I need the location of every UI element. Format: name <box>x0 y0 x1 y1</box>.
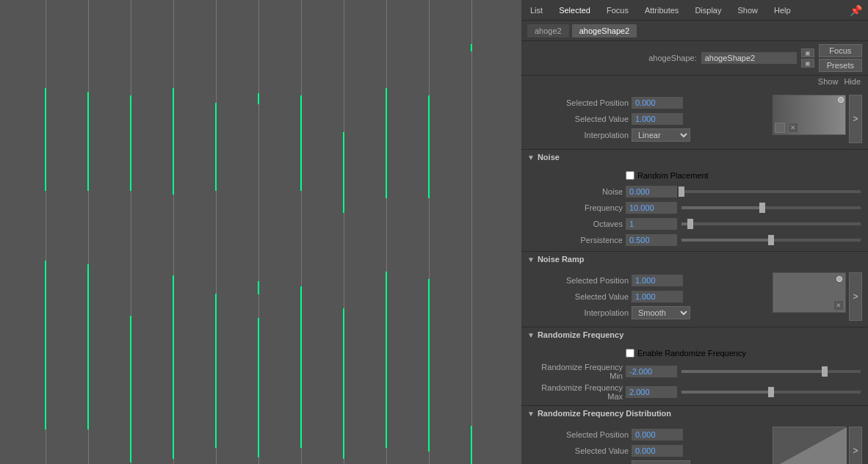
noise-ramp-selected-pos-label: Selected Position <box>533 276 629 285</box>
rand-dist-selected-pos-row: Selected Position <box>527 427 770 443</box>
noise-ramp-selected-val-label: Selected Value <box>533 292 629 301</box>
persistence-input[interactable] <box>626 234 677 246</box>
top-interpolation-label: Interpolation <box>533 131 629 139</box>
noise-ramp-section-arrow: ▼ <box>527 255 535 264</box>
randomize-freq-section-header[interactable]: ▼ Randomize Frequency <box>521 327 868 342</box>
top-interpolation-select[interactable]: Linear Smooth Spline Step <box>632 128 690 142</box>
random-placement-checkbox[interactable] <box>626 171 634 180</box>
top-ramp-arrow-button[interactable]: > <box>849 95 862 143</box>
noise-ramp-interpolation-row: Interpolation Linear Smooth Spline Step <box>527 305 770 321</box>
noise-section: ▼ Noise Random Placement Noise <box>521 150 868 252</box>
rand-freq-dist-section-title: Randomize Frequency Distribution <box>538 409 671 418</box>
menu-help[interactable]: Help <box>771 4 794 16</box>
octaves-row: Octaves <box>521 216 868 232</box>
focus-presets: Focus Presets <box>819 44 862 72</box>
noise-input[interactable] <box>626 186 677 197</box>
ramp-x-button[interactable]: ✕ <box>788 123 798 133</box>
top-selected-value-input[interactable] <box>632 113 683 125</box>
rand-dist-preview-box <box>773 427 846 464</box>
rand-freq-dist-section-header[interactable]: ▼ Randomize Frequency Distribution <box>521 406 868 421</box>
show-button[interactable]: Show <box>817 77 840 86</box>
header-row: ahogeShape: ▣ ▣ Focus Presets <box>521 41 868 76</box>
focus-button[interactable]: Focus <box>819 44 862 57</box>
noise-ramp-selected-pos-row: Selected Position <box>527 272 770 289</box>
rand-dist-selected-pos-input[interactable] <box>632 429 683 441</box>
rand-freq-max-label: Randomize Frequency Max <box>527 383 623 401</box>
ramp-dot-top[interactable] <box>838 97 844 103</box>
noise-ramp-selected-val-input[interactable] <box>632 291 683 302</box>
noise-ramp-section-title: Noise Ramp <box>538 255 585 264</box>
persistence-slider-track[interactable] <box>681 239 861 242</box>
rand-freq-min-slider-thumb[interactable] <box>822 366 828 377</box>
top-selected-position-input[interactable] <box>632 97 683 109</box>
rand-dist-selected-val-row: Selected Value <box>527 443 770 459</box>
menu-display[interactable]: Display <box>692 4 724 16</box>
randomize-freq-section: ▼ Randomize Frequency Enable Randomize F… <box>521 327 868 406</box>
noise-ramp-preview-box: ✕ <box>773 272 846 313</box>
top-selected-position-label: Selected Position <box>533 98 629 107</box>
noise-ramp-selected-val-row: Selected Value <box>527 289 770 305</box>
octaves-slider-thumb[interactable] <box>687 219 693 229</box>
copy-down-button[interactable]: ▣ <box>801 59 814 68</box>
top-selected-value-label: Selected Value <box>533 115 629 123</box>
persistence-row: Persistence <box>521 232 868 248</box>
rand-freq-max-row: Randomize Frequency Max <box>521 382 868 402</box>
noise-slider-track[interactable] <box>681 190 861 193</box>
top-ramp-preview-container: Selected Position Selected Value Interpo… <box>521 92 868 146</box>
noise-ramp-interpolation-label: Interpolation <box>533 308 629 317</box>
noise-section-header[interactable]: ▼ Noise <box>521 150 868 164</box>
ramp-small-square[interactable] <box>775 123 785 133</box>
hide-button[interactable]: Hide <box>842 77 862 86</box>
menu-list[interactable]: List <box>527 4 546 16</box>
octaves-slider-track[interactable] <box>681 222 861 225</box>
rand-freq-max-input[interactable] <box>626 386 677 398</box>
tab-ahogeshape2[interactable]: ahogeShape2 <box>572 24 637 37</box>
frequency-input[interactable] <box>626 202 677 214</box>
noise-slider-thumb[interactable] <box>679 186 684 197</box>
shape-label: ahogeShape: <box>648 54 696 62</box>
top-selected-value-row: Selected Value <box>527 111 770 127</box>
menu-show[interactable]: Show <box>734 4 761 16</box>
right-panel: List Selected Focus Attributes Display S… <box>521 0 868 464</box>
noise-ramp-x-button[interactable]: ✕ <box>833 300 844 311</box>
rand-freq-dist-section: ▼ Randomize Frequency Distribution Selec… <box>521 406 868 464</box>
top-ramp-preview-box: ✕ <box>773 95 846 135</box>
rand-freq-dist-preview-container: Selected Position Selected Value Interpo… <box>521 424 868 464</box>
tab-ahoge2[interactable]: ahoge2 <box>527 24 569 37</box>
pin-icon[interactable]: 📌 <box>850 4 862 16</box>
scroll-content[interactable]: Selected Position Selected Value Interpo… <box>521 89 868 464</box>
octaves-input[interactable] <box>626 218 677 230</box>
top-ramp-section: Selected Position Selected Value Interpo… <box>521 89 868 150</box>
noise-ramp-interpolation-select[interactable]: Linear Smooth Spline Step <box>632 306 690 319</box>
rand-dist-arrow-button[interactable]: > <box>849 427 862 464</box>
persistence-slider-fill <box>681 239 771 242</box>
rand-freq-max-slider-track[interactable] <box>681 391 861 394</box>
frequency-slider-fill <box>681 206 762 209</box>
show-hide-row: Show Hide <box>521 76 868 89</box>
rand-dist-interpolation-row: Interpolation Linear Smooth Spline Step <box>527 459 770 464</box>
noise-ramp-dot[interactable] <box>836 276 842 282</box>
persistence-slider-thumb[interactable] <box>768 235 774 245</box>
rand-dist-selected-val-input[interactable] <box>632 445 683 457</box>
rand-freq-min-input[interactable] <box>626 366 677 377</box>
presets-button[interactable]: Presets <box>819 59 862 72</box>
frequency-label: Frequency <box>527 203 623 212</box>
rand-freq-min-slider-track[interactable] <box>681 370 861 373</box>
copy-up-button[interactable]: ▣ <box>801 48 814 57</box>
rand-dist-interpolation-select[interactable]: Linear Smooth Spline Step <box>632 460 690 464</box>
rand-freq-max-slider-fill <box>681 391 771 394</box>
noise-ramp-preview-container: Selected Position Selected Value Interpo… <box>521 269 868 324</box>
shape-input[interactable] <box>701 52 797 64</box>
noise-ramp-arrow-button[interactable]: > <box>849 272 862 321</box>
noise-ramp-selected-pos-input[interactable] <box>632 275 683 286</box>
noise-ramp-section-body: Selected Position Selected Value Interpo… <box>521 267 868 327</box>
top-selected-position-row: Selected Position <box>527 95 770 111</box>
frequency-slider-track[interactable] <box>681 206 861 209</box>
menu-selected[interactable]: Selected <box>556 4 593 16</box>
rand-freq-max-slider-thumb[interactable] <box>768 387 774 397</box>
frequency-slider-thumb[interactable] <box>759 203 765 213</box>
menu-focus[interactable]: Focus <box>604 4 632 16</box>
enable-randomize-checkbox[interactable] <box>626 349 634 358</box>
noise-ramp-section-header[interactable]: ▼ Noise Ramp <box>521 252 868 267</box>
menu-attributes[interactable]: Attributes <box>642 4 681 16</box>
